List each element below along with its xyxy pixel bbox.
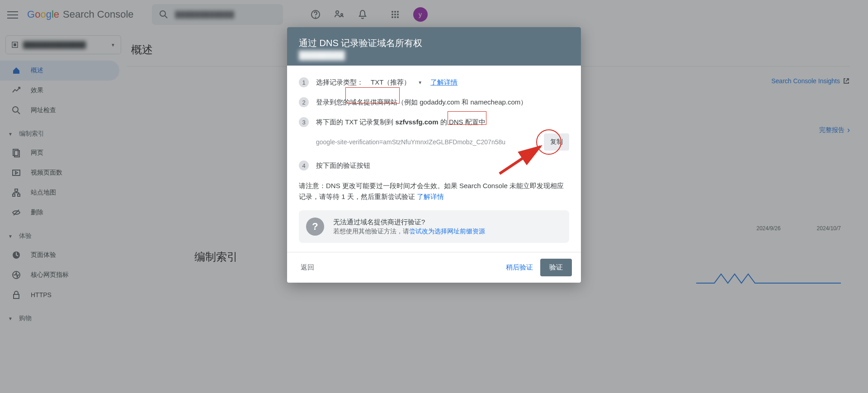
record-type-select[interactable]: TXT（推荐） ▼ [371, 78, 422, 87]
step-text: 按下面的验证按钮 [316, 161, 370, 170]
select-value: TXT（推荐） [371, 78, 410, 87]
note-text: 请注意：DNS 更改可能要过一段时间才会生效。如果 Search Console… [299, 180, 569, 202]
modal-footer: 返回 稍后验证 验证 [287, 252, 581, 283]
learn-more-link[interactable]: 了解详情 [430, 78, 458, 87]
step-label: 选择记录类型： [316, 78, 363, 87]
modal-header: 通过 DNS 记录验证域名所有权 ████████ [287, 27, 581, 66]
question-icon: ? [306, 218, 324, 236]
step-number: 2 [299, 97, 309, 107]
chevron-down-icon: ▼ [418, 80, 422, 85]
verify-button[interactable]: 验证 [540, 259, 572, 276]
step-4: 4 按下面的验证按钮 [299, 161, 569, 170]
modal-subtitle: ████████ [299, 51, 569, 60]
step-number: 4 [299, 161, 309, 170]
info-subtitle: 若想使用其他验证方法，请 [333, 227, 409, 235]
step-text: 登录到您的域名提供商网站（例如 godaddy.com 和 namecheap.… [316, 98, 527, 107]
step-3: 3 将下面的 TXT 记录复制到 szfvssfg.com 的 DNS 配置中 [299, 117, 569, 127]
switch-method-link[interactable]: 尝试改为选择网址前缀资源 [409, 227, 485, 235]
step-1: 1 选择记录类型： TXT（推荐） ▼ 了解详情 [299, 77, 569, 87]
learn-more-link[interactable]: 了解详情 [417, 193, 444, 200]
step-text: 将下面的 TXT 记录复制到 szfvssfg.com 的 DNS 配置中 [316, 118, 486, 127]
info-box: ? 无法通过域名提供商进行验证? 若想使用其他验证方法，请尝试改为选择网址前缀资… [299, 210, 569, 243]
modal-title: 通过 DNS 记录验证域名所有权 [299, 37, 569, 49]
step-number: 3 [299, 117, 309, 127]
step-number: 1 [299, 77, 309, 87]
verification-token: google-site-verification=amStzNfuYmnxIZe… [316, 138, 505, 146]
copy-button[interactable]: 复制 [544, 133, 569, 151]
back-button[interactable]: 返回 [296, 260, 319, 275]
verify-later-button[interactable]: 稍后验证 [501, 260, 538, 275]
modal-overlay: 通过 DNS 记录验证域名所有权 ████████ 1 选择记录类型： TXT（… [0, 0, 868, 393]
verify-domain-modal: 通过 DNS 记录验证域名所有权 ████████ 1 选择记录类型： TXT（… [287, 27, 581, 283]
info-title: 无法通过域名提供商进行验证? [333, 218, 485, 227]
step-2: 2 登录到您的域名提供商网站（例如 godaddy.com 和 namechea… [299, 97, 569, 107]
